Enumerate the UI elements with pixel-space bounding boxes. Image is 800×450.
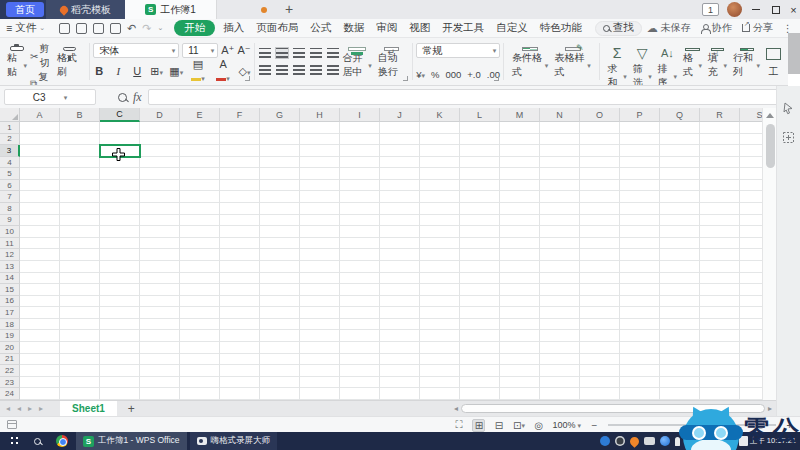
row-header-3[interactable]: 3 (0, 145, 20, 157)
align-middle-icon[interactable] (276, 48, 288, 58)
user-avatar[interactable] (727, 2, 742, 17)
row-header-16[interactable]: 16 (0, 296, 20, 308)
tray-bt-icon[interactable]: ᛒ (685, 436, 695, 446)
print-icon[interactable] (76, 23, 87, 34)
tray-battery-icon[interactable] (715, 438, 726, 445)
fullscreen-icon[interactable]: ⛶ (452, 419, 465, 432)
page-break-view-icon[interactable]: ⊟ (492, 419, 505, 432)
docer-template-tab[interactable]: 稻壳模板 (46, 0, 125, 19)
menu-tab-公式[interactable]: 公式 (304, 21, 337, 35)
decrease-indent-icon[interactable] (310, 48, 322, 58)
row-header-19[interactable]: 19 (0, 330, 20, 342)
align-center-icon[interactable] (276, 65, 288, 75)
sheet-tab-Sheet1[interactable]: Sheet1 (60, 401, 117, 416)
add-sheet-button[interactable]: + (128, 402, 135, 416)
row-header-17[interactable]: 17 (0, 307, 20, 319)
format-button[interactable]: 格式▾ (680, 42, 705, 81)
column-header-K[interactable]: K (420, 108, 460, 122)
menu-tab-开发工具[interactable]: 开发工具 (436, 21, 490, 35)
collaborate-button[interactable]: 协作 (701, 21, 732, 35)
chrome-icon[interactable] (56, 435, 68, 447)
distribute-icon[interactable] (327, 65, 339, 75)
cloud-save-status[interactable]: ☁ 未保存 (647, 21, 691, 35)
column-header-H[interactable]: H (300, 108, 340, 122)
menu-tab-页面布局[interactable]: 页面布局 (250, 21, 304, 35)
zoom-formula-icon[interactable] (118, 93, 127, 102)
borders-button[interactable]: ⊞▾ (150, 65, 162, 78)
column-header-Q[interactable]: Q (660, 108, 700, 122)
vertical-scroll-thumb[interactable] (766, 124, 775, 168)
row-header-11[interactable]: 11 (0, 238, 20, 250)
column-header-G[interactable]: G (260, 108, 300, 122)
zoom-slider[interactable] (608, 424, 776, 426)
row-header-6[interactable]: 6 (0, 180, 20, 192)
percent-button[interactable]: % (431, 69, 439, 80)
row-header-7[interactable]: 7 (0, 191, 20, 203)
undo-icon[interactable]: ↶ (127, 22, 136, 35)
format-painter-button[interactable]: 格式刷 (54, 42, 84, 81)
worksheet-button-clipped[interactable]: 工 (763, 42, 784, 81)
taskbar-clock[interactable]: 上午 10:17:21 (748, 436, 800, 446)
zoom-level[interactable]: 100%▾ (552, 420, 581, 430)
number-format-select[interactable]: 常规▾ (416, 43, 500, 58)
column-header-F[interactable]: F (220, 108, 260, 122)
taskbar-search-button[interactable] (26, 432, 48, 450)
dialog-launcher[interactable] (403, 76, 408, 81)
start-button[interactable] (0, 432, 26, 450)
select-all-corner[interactable] (0, 108, 20, 122)
tray-volume-icon[interactable] (731, 437, 737, 445)
row-header-2[interactable]: 2 (0, 134, 20, 146)
increase-font-button[interactable]: A⁺ (221, 44, 234, 57)
row-header-18[interactable]: 18 (0, 319, 20, 331)
italic-button[interactable]: I (112, 65, 124, 78)
comma-style-button[interactable]: 000 (445, 69, 461, 80)
rows-cols-button[interactable]: 行和列▾ (730, 42, 763, 81)
table-style-button[interactable]: 表格样式▾ (551, 42, 593, 81)
window-count-badge[interactable]: 1 (702, 3, 719, 16)
formula-input[interactable] (148, 89, 784, 105)
prev-sheet-arrow-icon[interactable]: ◂ (15, 404, 23, 413)
first-sheet-arrow-icon[interactable]: ◂ (4, 404, 12, 413)
sum-button[interactable]: Σ 求和▾ (605, 42, 630, 81)
align-left-icon[interactable] (259, 65, 271, 75)
column-header-E[interactable]: E (180, 108, 220, 122)
menu-tab-特色功能[interactable]: 特色功能 (534, 21, 588, 35)
column-header-S[interactable]: S (740, 108, 762, 122)
more-menu-icon[interactable]: ⋮ (783, 23, 793, 34)
minimize-button[interactable] (747, 0, 765, 19)
quickbar-caret-icon[interactable]: ⌄ (157, 24, 163, 32)
cut-button[interactable]: ✂剪切 (30, 42, 54, 70)
align-right-icon[interactable] (293, 65, 305, 75)
maximize-button[interactable] (767, 0, 785, 19)
page-layout-view-icon[interactable]: ⊡▾ (512, 419, 525, 432)
name-box[interactable]: C3▾ (4, 89, 96, 105)
horizontal-scroll-thumb[interactable] (461, 404, 765, 413)
increase-decimal-button[interactable]: +.0 (467, 69, 480, 80)
row-header-23[interactable]: 23 (0, 377, 20, 389)
tray-notification-icon[interactable] (739, 436, 748, 446)
vertical-scrollbar[interactable] (762, 108, 776, 400)
pointer-tool-icon[interactable] (782, 102, 795, 115)
share-button[interactable]: 分享 (742, 21, 773, 35)
column-header-R[interactable]: R (700, 108, 740, 122)
next-sheet-arrow-icon[interactable]: ▸ (26, 404, 34, 413)
workbook-tab[interactable]: S 工作簿1 (125, 0, 217, 19)
column-header-C[interactable]: C (100, 108, 140, 122)
column-header-A[interactable]: A (20, 108, 60, 122)
taskbar-wps-app[interactable]: S 工作簿1 - WPS Office (76, 432, 187, 450)
fill-color-button[interactable]: ▤▾ (188, 58, 207, 84)
currency-button[interactable]: ¥▾ (416, 69, 425, 80)
find-button[interactable]: 查找 (595, 21, 642, 36)
row-header-20[interactable]: 20 (0, 342, 20, 354)
close-button[interactable]: × (787, 0, 800, 19)
menu-tab-自定义[interactable]: 自定义 (490, 21, 534, 35)
row-header-10[interactable]: 10 (0, 226, 20, 238)
file-menu[interactable]: ≡ 文件 ⌄ (6, 21, 45, 35)
menu-tab-数据[interactable]: 数据 (337, 21, 370, 35)
bold-button[interactable]: B (93, 65, 105, 78)
eye-protect-icon[interactable]: ◎ (532, 419, 545, 432)
font-size-select[interactable]: 11▾ (182, 43, 218, 58)
column-header-J[interactable]: J (380, 108, 420, 122)
new-tab-button[interactable]: + (281, 1, 297, 17)
tray-mic-icon[interactable] (675, 437, 680, 446)
